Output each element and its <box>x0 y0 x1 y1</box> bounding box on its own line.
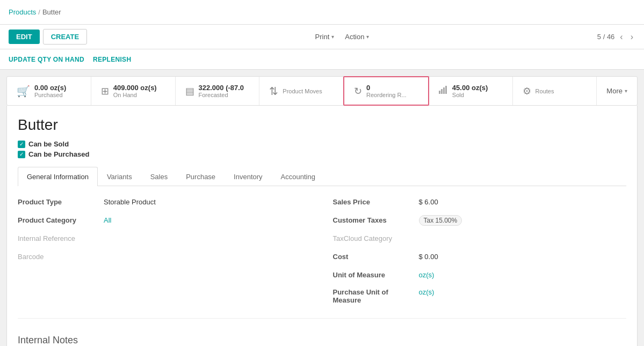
action-bar: UPDATE QTY ON HAND REPLENISH <box>0 49 644 70</box>
cost-label: Cost <box>333 252 419 261</box>
sales-price-value: $ 6.00 <box>419 198 438 206</box>
customer-taxes-badge[interactable]: Tax 15.00% <box>419 215 462 226</box>
routes-icon: ⚙ <box>523 85 531 97</box>
tab-accounting[interactable]: Accounting <box>272 167 324 186</box>
reorder-icon: ↻ <box>354 85 362 97</box>
breadcrumb-separator: / <box>38 8 40 16</box>
breadcrumb: Products / Butter <box>9 8 61 16</box>
can-be-purchased-row: Can be Purchased <box>18 150 626 158</box>
action-label: Action <box>345 33 364 41</box>
edit-button[interactable]: EDIT <box>9 30 40 44</box>
product-category-label: Product Category <box>18 215 104 224</box>
form-grid: Product Type Storable Product Product Ca… <box>18 197 626 307</box>
product-type-row: Product Type Storable Product <box>18 197 312 212</box>
uom-label: Unit of Measure <box>333 270 419 279</box>
stat-reordering-label: Reordering R... <box>366 92 407 98</box>
can-be-sold-checkbox[interactable] <box>18 141 25 148</box>
pagination-display: 5 / 46 <box>597 33 615 41</box>
product-category-value[interactable]: All <box>104 216 111 224</box>
form-right: Sales Price $ 6.00 Customer Taxes Tax 15… <box>333 197 627 307</box>
print-dropdown-arrow: ▾ <box>331 34 334 40</box>
stat-purchased[interactable]: 🛒 0.00 oz(s) Purchased <box>7 77 91 105</box>
create-button[interactable]: CREATE <box>43 29 87 45</box>
stat-forecasted-value: 322.000 (-87.0 <box>199 84 244 92</box>
tabs: General Information Variants Sales Purch… <box>18 167 626 186</box>
main-content: Butter Can be Sold Can be Purchased Gene… <box>6 106 638 346</box>
action-button[interactable]: Action ▾ <box>339 30 374 44</box>
stat-routes[interactable]: ⚙ Routes <box>513 77 597 105</box>
stat-forecasted[interactable]: ▤ 322.000 (-87.0 Forecasted <box>176 77 260 105</box>
stat-more-label: More <box>606 87 623 95</box>
tab-content-general: Product Type Storable Product Product Ca… <box>18 186 626 346</box>
taxcloud-row: TaxCloud Category <box>333 233 627 248</box>
breadcrumb-current: Butter <box>42 8 61 16</box>
can-be-sold-label: Can be Sold <box>28 140 69 148</box>
form-left: Product Type Storable Product Product Ca… <box>18 197 312 307</box>
barcode-label: Barcode <box>18 252 104 261</box>
update-qty-button[interactable]: UPDATE QTY ON HAND <box>9 56 84 63</box>
stat-purchased-value: 0.00 oz(s) <box>34 84 66 92</box>
sold-icon <box>438 85 448 97</box>
print-label: Print <box>315 33 330 41</box>
stat-sold-text: 45.00 oz(s) Sold <box>452 84 488 98</box>
uom-value[interactable]: oz(s) <box>419 271 435 279</box>
on-hand-icon: ⊞ <box>101 85 109 97</box>
pagination-prev[interactable]: ‹ <box>618 31 625 43</box>
stat-routes-text: Routes <box>536 88 554 94</box>
taxcloud-label: TaxCloud Category <box>333 233 419 242</box>
sales-price-label: Sales Price <box>333 197 419 206</box>
tab-inventory[interactable]: Inventory <box>225 167 271 186</box>
stat-product-moves-label: Product Moves <box>283 88 322 94</box>
stat-reordering[interactable]: ↻ 0 Reordering R... <box>343 76 429 106</box>
purchase-uom-row: Purchase Unit of Measure oz(s) <box>333 288 627 304</box>
tab-sales[interactable]: Sales <box>141 167 177 186</box>
internal-notes-title: Internal Notes <box>18 335 626 346</box>
stat-purchased-text: 0.00 oz(s) Purchased <box>34 84 66 98</box>
toolbar-center: Print ▾ Action ▾ <box>87 30 597 44</box>
stat-product-moves-text: Product Moves <box>283 88 322 94</box>
tab-general[interactable]: General Information <box>18 167 98 186</box>
stat-routes-label: Routes <box>536 88 554 94</box>
tab-variants[interactable]: Variants <box>98 167 141 186</box>
stat-on-hand[interactable]: ⊞ 409.000 oz(s) On Hand <box>91 77 176 105</box>
product-type-label: Product Type <box>18 197 104 206</box>
product-title: Butter <box>18 116 626 134</box>
pagination-next[interactable]: › <box>628 31 635 43</box>
can-be-purchased-checkbox[interactable] <box>18 151 25 158</box>
replenish-button[interactable]: REPLENISH <box>93 56 131 63</box>
cost-value: $ 0.00 <box>419 253 438 261</box>
print-button[interactable]: Print ▾ <box>310 30 340 44</box>
stats-bar: 🛒 0.00 oz(s) Purchased ⊞ 409.000 oz(s) O… <box>6 76 638 106</box>
stat-more-arrow: ▾ <box>625 88 627 94</box>
can-be-sold-row: Can be Sold <box>18 140 626 148</box>
svg-rect-1 <box>441 89 443 94</box>
stat-purchased-label: Purchased <box>34 92 66 98</box>
product-moves-icon: ⇅ <box>269 85 278 98</box>
customer-taxes-label: Customer Taxes <box>333 215 419 224</box>
tab-purchase[interactable]: Purchase <box>177 167 225 186</box>
stat-product-moves[interactable]: ⇅ Product Moves <box>259 77 344 105</box>
stat-more[interactable]: More ▾ <box>597 77 637 105</box>
stat-forecasted-text: 322.000 (-87.0 Forecasted <box>199 84 244 98</box>
breadcrumb-parent[interactable]: Products <box>9 8 36 16</box>
stat-forecasted-label: Forecasted <box>199 92 244 98</box>
stat-sold-label: Sold <box>452 92 488 98</box>
action-dropdown-arrow: ▾ <box>366 34 369 40</box>
stat-sold[interactable]: 45.00 oz(s) Sold <box>429 77 513 105</box>
cart-icon: 🛒 <box>17 85 30 98</box>
sales-price-row: Sales Price $ 6.00 <box>333 197 627 212</box>
svg-rect-0 <box>439 91 440 94</box>
purchase-uom-value[interactable]: oz(s) <box>419 288 435 296</box>
svg-rect-2 <box>443 87 445 94</box>
internal-ref-row: Internal Reference <box>18 233 312 248</box>
barcode-row: Barcode <box>18 252 312 267</box>
forecasted-icon: ▤ <box>185 85 194 97</box>
toolbar: EDIT CREATE Print ▾ Action ▾ 5 / 46 ‹ › <box>0 25 644 49</box>
pagination: 5 / 46 ‹ › <box>597 31 635 43</box>
stat-reordering-text: 0 Reordering R... <box>366 84 407 98</box>
stat-sold-value: 45.00 oz(s) <box>452 84 488 92</box>
svg-rect-3 <box>445 86 447 94</box>
can-be-purchased-label: Can be Purchased <box>28 150 89 158</box>
internal-ref-label: Internal Reference <box>18 233 104 242</box>
breadcrumb-bar: Products / Butter <box>0 0 644 25</box>
